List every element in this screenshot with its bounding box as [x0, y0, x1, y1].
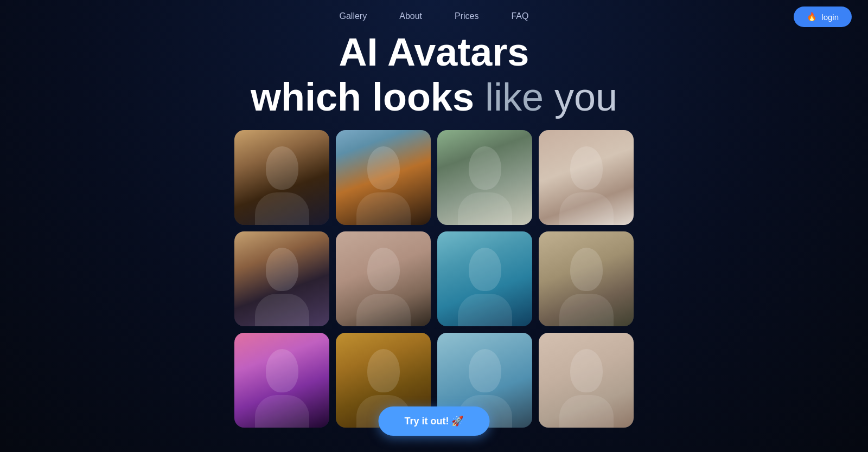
- avatar-card-3[interactable]: [437, 130, 532, 225]
- avatar-card-6[interactable]: [336, 231, 431, 326]
- hero-line1: AI Avatars: [339, 30, 529, 74]
- avatar-card-4[interactable]: [539, 130, 634, 225]
- navigation: Gallery About Prices FAQ 🔥 login: [0, 0, 868, 33]
- nav-faq[interactable]: FAQ: [511, 11, 528, 21]
- hero-title: AI Avatars which looks like you: [0, 30, 868, 120]
- avatar-card-2[interactable]: [336, 130, 431, 225]
- login-button[interactable]: 🔥 login: [794, 7, 852, 27]
- avatar-card-9[interactable]: [234, 333, 329, 428]
- avatar-grid: [234, 130, 634, 428]
- avatar-card-12[interactable]: [539, 333, 634, 428]
- nav-prices[interactable]: Prices: [455, 11, 478, 21]
- fire-icon: 🔥: [807, 12, 817, 22]
- try-it-out-button[interactable]: Try it out! 🚀: [379, 406, 490, 436]
- hero-line2-start: which looks: [251, 75, 485, 119]
- avatar-card-8[interactable]: [539, 231, 634, 326]
- avatar-card-7[interactable]: [437, 231, 532, 326]
- hero-line2-you: you: [554, 75, 617, 119]
- avatar-card-1[interactable]: [234, 130, 329, 225]
- hero-line2: which looks like you: [0, 75, 868, 120]
- login-label: login: [821, 12, 839, 22]
- hero-section: AI Avatars which looks like you: [0, 30, 868, 120]
- avatar-card-5[interactable]: [234, 231, 329, 326]
- cta-container: Try it out! 🚀: [379, 406, 490, 436]
- hero-line2-like: like: [485, 75, 554, 119]
- nav-gallery[interactable]: Gallery: [340, 11, 367, 21]
- nav-about[interactable]: About: [399, 11, 422, 21]
